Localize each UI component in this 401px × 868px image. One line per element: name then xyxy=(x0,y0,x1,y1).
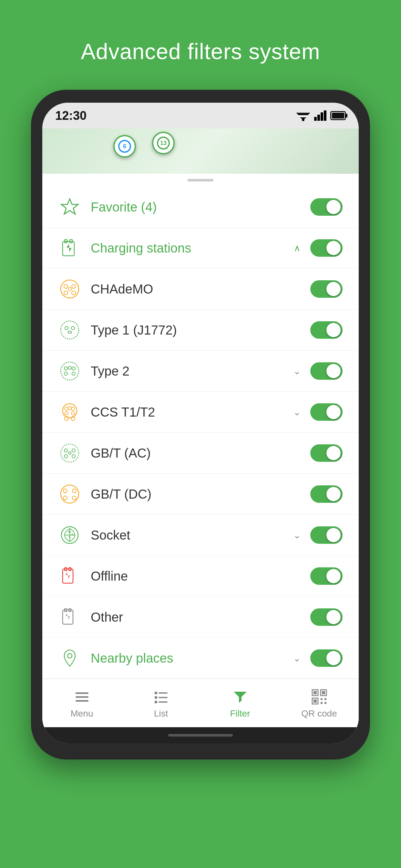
type2-label: Type 2 xyxy=(91,364,283,378)
svg-rect-74 xyxy=(320,702,322,704)
svg-rect-62 xyxy=(155,696,157,699)
list-label: List xyxy=(154,709,168,719)
gbt-dc-label: GB/T (DC) xyxy=(91,487,301,501)
svg-rect-4 xyxy=(314,117,317,121)
filter-item-gbt-dc[interactable]: GB/T (DC) xyxy=(42,474,359,515)
svg-rect-65 xyxy=(158,702,167,703)
charging-station-icon xyxy=(58,237,81,259)
filter-item-charging[interactable]: Charging stations ∧ xyxy=(42,228,359,269)
svg-point-23 xyxy=(64,367,67,370)
nav-filter[interactable]: Filter xyxy=(201,688,280,719)
gbt-ac-toggle[interactable] xyxy=(310,444,343,462)
svg-point-13 xyxy=(64,284,68,288)
svg-rect-57 xyxy=(75,692,89,694)
bottom-nav: Menu List xyxy=(42,679,359,727)
svg-rect-64 xyxy=(155,701,157,703)
nav-list[interactable]: List xyxy=(121,688,201,719)
map-pin-1: 6 xyxy=(113,135,136,158)
gbt-ac-label: GB/T (AC) xyxy=(91,446,301,461)
map-preview: 6 13 xyxy=(42,128,359,174)
chademo-icon xyxy=(58,278,81,300)
svg-point-56 xyxy=(67,654,72,658)
svg-point-33 xyxy=(71,412,74,415)
chademo-label: CHAdeMO xyxy=(91,282,301,297)
type2-toggle[interactable] xyxy=(310,362,343,380)
ccs-label: CCS T1/T2 xyxy=(91,405,283,420)
svg-point-44 xyxy=(72,489,76,493)
filter-item-nearby[interactable]: Nearby places ⌄ xyxy=(42,638,359,679)
gbt-dc-toggle[interactable] xyxy=(310,485,343,503)
filter-item-socket[interactable]: Socket ⌄ xyxy=(42,515,359,556)
svg-point-15 xyxy=(64,291,68,295)
charging-toggle[interactable] xyxy=(310,239,343,257)
svg-rect-50 xyxy=(63,569,73,583)
filter-list: Favorite (4) Charging stations ∧ xyxy=(42,187,359,679)
svg-point-32 xyxy=(65,412,68,415)
sheet-handle xyxy=(188,179,213,182)
svg-point-37 xyxy=(64,449,67,452)
wifi-icon xyxy=(296,110,310,121)
nearby-toggle[interactable] xyxy=(310,649,343,667)
svg-point-45 xyxy=(63,496,67,500)
charging-label: Charging stations xyxy=(91,241,284,255)
ccs-icon xyxy=(58,401,81,423)
offline-toggle[interactable] xyxy=(310,567,343,585)
menu-icon xyxy=(73,688,91,706)
svg-rect-75 xyxy=(325,702,327,704)
svg-point-38 xyxy=(72,449,75,452)
svg-point-30 xyxy=(71,407,74,410)
svg-point-22 xyxy=(61,362,79,380)
svg-point-16 xyxy=(72,291,75,295)
map-pin-2: 13 xyxy=(152,132,175,154)
svg-point-29 xyxy=(65,407,68,410)
filter-item-chademo[interactable]: CHAdeMO xyxy=(42,269,359,310)
svg-rect-7 xyxy=(324,111,327,121)
svg-rect-71 xyxy=(313,700,317,703)
svg-rect-58 xyxy=(75,696,89,698)
svg-point-14 xyxy=(72,284,75,288)
status-bar: 12:30 xyxy=(42,103,359,128)
type1-toggle[interactable] xyxy=(310,321,343,339)
svg-point-20 xyxy=(71,327,74,330)
filter-item-ccs[interactable]: CCS T1/T2 ⌄ xyxy=(42,392,359,433)
filter-item-gbt-ac[interactable]: GB/T (AC) xyxy=(42,433,359,474)
svg-rect-53 xyxy=(63,610,73,624)
ccs-toggle[interactable] xyxy=(310,403,343,421)
gbt-ac-icon xyxy=(58,442,81,464)
svg-point-19 xyxy=(65,327,68,330)
svg-rect-61 xyxy=(158,692,167,693)
favorite-toggle[interactable] xyxy=(310,198,343,216)
svg-point-18 xyxy=(61,321,79,339)
gbt-dc-icon xyxy=(58,483,81,505)
socket-toggle[interactable] xyxy=(310,526,343,544)
filter-item-type1[interactable]: Type 1 (J1772) xyxy=(42,310,359,351)
chademo-toggle[interactable] xyxy=(310,280,343,298)
socket-label: Socket xyxy=(91,528,283,542)
nearby-chevron: ⌄ xyxy=(293,653,301,663)
battery-icon xyxy=(330,111,346,120)
signal-icon xyxy=(314,111,327,121)
other-toggle[interactable] xyxy=(310,609,343,626)
svg-point-12 xyxy=(61,280,79,298)
svg-marker-8 xyxy=(61,199,78,214)
svg-point-27 xyxy=(72,372,75,375)
filter-item-favorite[interactable]: Favorite (4) xyxy=(42,187,359,228)
home-indicator xyxy=(42,727,359,743)
other-label: Other xyxy=(91,610,301,624)
svg-point-43 xyxy=(63,489,67,493)
nav-menu[interactable]: Menu xyxy=(42,688,121,719)
filter-item-other[interactable]: Other xyxy=(42,597,359,638)
charging-chevron-up: ∧ xyxy=(294,243,301,253)
favorite-label: Favorite (4) xyxy=(91,200,301,214)
phone-frame: 12:30 xyxy=(31,90,370,760)
svg-rect-63 xyxy=(158,697,167,698)
svg-rect-60 xyxy=(155,692,157,694)
svg-rect-69 xyxy=(322,691,325,694)
qr-icon xyxy=(310,688,328,706)
svg-point-41 xyxy=(68,452,71,454)
filter-item-offline[interactable]: Offline xyxy=(42,556,359,597)
svg-point-46 xyxy=(72,496,76,500)
filter-item-type2[interactable]: Type 2 ⌄ xyxy=(42,351,359,392)
type1-icon xyxy=(58,319,81,341)
nav-qr[interactable]: QR code xyxy=(280,688,359,719)
